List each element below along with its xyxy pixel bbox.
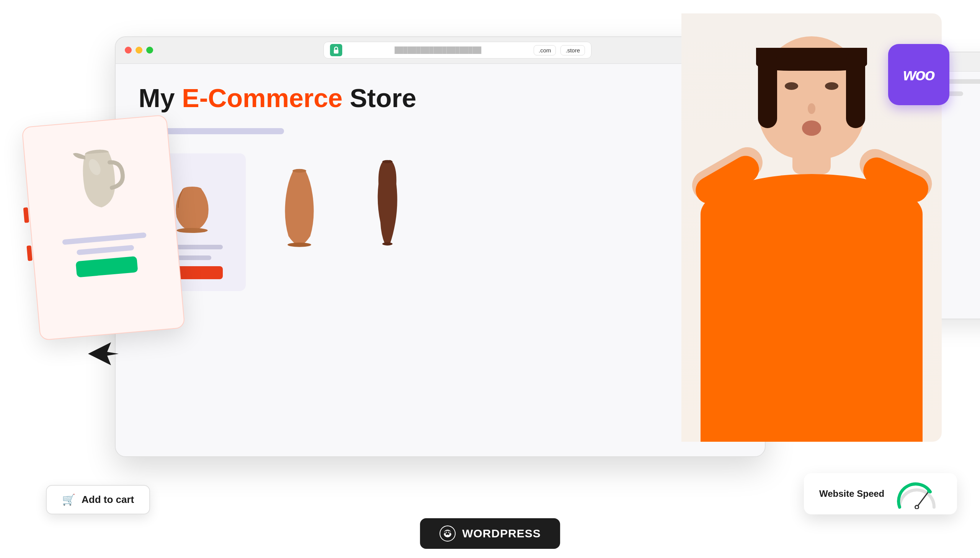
pointer-arrow — [88, 338, 119, 371]
bracket-handle-bottom — [26, 245, 32, 261]
browser-address-bar[interactable]: ████████████████████ .com .store — [323, 42, 591, 59]
person-left-eye — [785, 82, 798, 90]
person-nose — [808, 103, 815, 114]
add-to-cart-label: Add to cart — [82, 494, 134, 505]
domain-com: .com — [534, 45, 556, 56]
store-title-part2: Store — [343, 84, 417, 112]
svg-point-16 — [916, 506, 918, 508]
dot-yellow[interactable] — [135, 47, 142, 54]
svg-line-14 — [917, 492, 928, 507]
svg-point-17 — [927, 489, 931, 493]
dot-green[interactable] — [146, 47, 153, 54]
lock-icon — [330, 44, 342, 56]
store-title: My E-Commerce Store — [138, 83, 742, 113]
bracket-handle-top — [23, 207, 29, 223]
wordpress-icon: W — [439, 525, 456, 542]
person-right-eye — [825, 82, 838, 90]
speedometer — [896, 482, 934, 505]
product-standalone-1 — [261, 153, 338, 291]
svg-point-5 — [382, 160, 393, 163]
woo-badge: woo — [888, 44, 949, 105]
speed-title: Website Speed — [819, 488, 884, 499]
wordpress-badge: W WORDPRESS — [420, 518, 560, 549]
products-grid — [138, 153, 742, 291]
svg-text:W: W — [445, 530, 451, 536]
domain-store: .store — [560, 45, 585, 56]
browser-dots — [125, 47, 153, 54]
floating-card-image — [57, 127, 142, 233]
product-standalone-2 — [353, 153, 422, 291]
woo-label: woo — [903, 65, 934, 84]
person-body — [700, 174, 922, 442]
bracket-handles — [23, 207, 33, 261]
scene: ████████████████████ .com .store My E-Co… — [69, 21, 911, 537]
add-to-cart-button[interactable]: 🛒 Add to cart — [46, 485, 150, 514]
svg-rect-0 — [334, 50, 338, 54]
store-title-highlight: E-Commerce — [182, 84, 343, 112]
browser-window: ████████████████████ .com .store My E-Co… — [115, 36, 766, 457]
cart-icon: 🛒 — [62, 493, 76, 506]
floating-card-add-btn[interactable] — [76, 256, 138, 277]
person-hair-left — [758, 52, 777, 128]
browser-toolbar: ████████████████████ .com .store — [115, 37, 765, 64]
wordpress-label: WORDPRESS — [462, 527, 541, 540]
browser-content: My E-Commerce Store — [115, 64, 765, 456]
svg-point-4 — [288, 243, 311, 247]
dot-red[interactable] — [125, 47, 132, 54]
svg-point-2 — [176, 228, 208, 233]
address-bar-text: ████████████████████ — [347, 47, 529, 54]
person-hair-right — [846, 52, 865, 128]
svg-point-3 — [293, 169, 306, 172]
floating-card-line2 — [77, 245, 134, 255]
svg-marker-9 — [88, 342, 119, 365]
store-title-part1: My — [138, 84, 182, 112]
website-speed-badge: Website Speed — [804, 473, 957, 514]
floating-product-card — [21, 114, 185, 340]
person-mouth — [802, 120, 821, 136]
floating-card-line1 — [62, 232, 146, 245]
svg-point-6 — [382, 242, 393, 245]
